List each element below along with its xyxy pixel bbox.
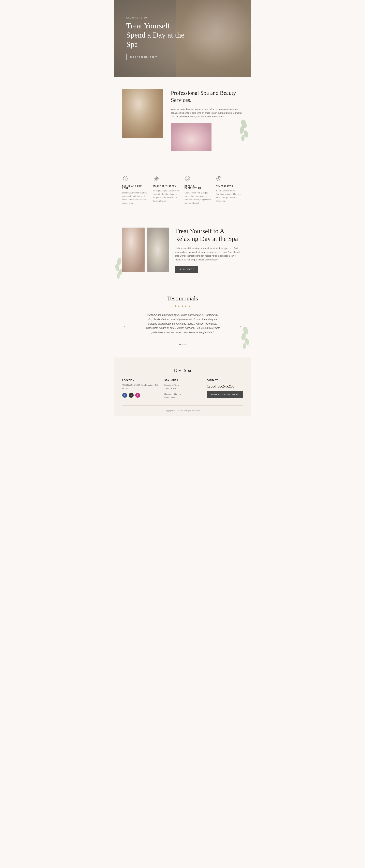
svg-point-38	[188, 179, 190, 181]
dot-1[interactable]	[179, 344, 181, 345]
svg-rect-55	[146, 227, 169, 272]
instagram-icon[interactable]: ◎	[135, 393, 140, 398]
svg-point-52	[135, 246, 137, 248]
feature-detox-title: DETOX & PURIFICATION	[185, 185, 212, 189]
svg-line-14	[142, 123, 144, 134]
svg-point-21	[193, 131, 199, 136]
svg-point-24	[194, 135, 201, 142]
relax-content: Treat Yourself to A Relaxing Day at the …	[175, 227, 243, 273]
star-rating: ★★★★★	[122, 304, 243, 308]
svg-rect-54	[125, 261, 141, 272]
leaf-icon	[122, 176, 128, 182]
book-appointment-button[interactable]: BOOK AN APPOINTMENT	[207, 391, 243, 398]
feature-facial-text: Lorem ipsum dolor sit amet, consectetur …	[122, 191, 150, 205]
svg-point-51	[130, 246, 132, 248]
testimonials-title: Testimonials	[122, 295, 243, 302]
svg-point-37	[185, 176, 187, 179]
svg-point-9	[144, 107, 146, 110]
svg-point-49	[125, 238, 142, 246]
svg-point-63	[156, 264, 159, 267]
feature-massage-text: Quisque aliquet velit sit amet sem inter…	[153, 189, 180, 203]
footer-location-text: 1234 Divi St. #1000, San Francisco, CA 9…	[122, 383, 158, 390]
woman-rose-image	[122, 89, 163, 138]
feature-acupressure-text: In non pulvinar purus. Curabitur nisi od…	[216, 189, 243, 203]
rose-still-image	[171, 123, 211, 151]
services-title: Professional Spa and Beauty Services.	[171, 89, 243, 103]
learn-more-button[interactable]: LEARN MORE	[175, 266, 198, 273]
svg-point-59	[159, 240, 160, 241]
relax-images-group	[122, 227, 169, 272]
footer-weekday-time: 7AM – 10PM	[164, 387, 201, 390]
footer-weekday-hours: Monday - Friday	[164, 383, 201, 387]
footer-social-icons: f ✕ ◎	[122, 393, 158, 398]
twitter-icon[interactable]: ✕	[129, 393, 134, 398]
leaf-decoration-testimonials	[238, 326, 251, 349]
testimonial-navigation: ‹ "Curabitur non bibendum ligula. In non…	[122, 313, 243, 340]
svg-point-19	[190, 133, 193, 136]
svg-point-57	[155, 231, 161, 239]
svg-rect-15	[171, 123, 211, 151]
footer: Divi Spa Location 1234 Divi St. #1000, S…	[114, 358, 251, 416]
svg-point-7	[131, 96, 154, 115]
testimonial-quote: "Curabitur non bibendum ligula. In non p…	[144, 313, 221, 335]
relax-woman-image	[122, 227, 144, 272]
services-left-column	[122, 89, 163, 138]
testimonials-section: Testimonials ★★★★★ ‹ "Curabitur non bibe…	[114, 283, 251, 358]
svg-point-4	[241, 135, 245, 141]
svg-point-8	[138, 107, 140, 110]
feature-detox-text: Luctus lectus non quisque turpis bibendu…	[185, 191, 212, 205]
relax-title: Treat Yourself to A Relaxing Day at the …	[175, 227, 243, 243]
svg-point-11	[143, 117, 147, 121]
svg-point-10	[141, 118, 147, 124]
dot-3[interactable]	[185, 344, 186, 345]
buddha-statue-image	[146, 227, 169, 272]
feature-massage: MASSAGE THERAPY Quisque aliquet velit si…	[153, 174, 180, 207]
leaf-decoration-right	[236, 118, 251, 142]
footer-location-title: Location	[122, 379, 158, 381]
svg-point-43	[219, 178, 219, 179]
feature-massage-title: MASSAGE THERAPY	[153, 185, 180, 187]
svg-point-62	[160, 266, 164, 268]
footer-hours-title: Spa Hours	[164, 379, 201, 381]
svg-rect-48	[122, 227, 144, 272]
svg-point-16	[186, 130, 198, 142]
relax-text: Nisl massa, ultrices vitae ornare sit am…	[175, 246, 243, 262]
footer-brand: Divi Spa	[122, 368, 243, 373]
feature-detox: DETOX & PURIFICATION Luctus lectus non q…	[185, 174, 212, 207]
feature-facial: FACIAL AND SKIN CARE Lorem ipsum dolor s…	[122, 174, 150, 207]
footer-hours-column: Spa Hours Monday - Friday 7AM – 10PM Sat…	[164, 379, 201, 399]
prev-testimonial-button[interactable]: ‹	[122, 323, 128, 330]
svg-point-58	[155, 240, 157, 241]
features-section: FACIAL AND SKIN CARE Lorem ipsum dolor s…	[114, 163, 251, 217]
relax-section: Treat Yourself to A Relaxing Day at the …	[114, 217, 251, 283]
facebook-icon[interactable]: f	[122, 393, 127, 398]
services-small-image	[171, 123, 211, 151]
snowflake-icon	[153, 176, 159, 182]
footer-weekend-hours: Saturday - Sunday	[164, 393, 201, 396]
svg-point-61	[155, 266, 161, 269]
dot-2[interactable]	[182, 344, 183, 345]
footer-location-column: Location 1234 Divi St. #1000, San Franci…	[122, 379, 158, 399]
relax-buddha-image	[146, 227, 169, 272]
feature-acupressure-title: ACUPRESSURE	[216, 185, 243, 187]
testimonial-dots	[122, 344, 243, 345]
footer-phone: (255) 352-6258	[207, 383, 243, 389]
footer-copyright: Copyright © 2024 Divi. All Rights Reserv…	[122, 405, 243, 412]
svg-point-64	[157, 264, 159, 266]
hero-title: Treat Yourself. Spend a Day at the Spa	[126, 21, 191, 49]
footer-columns: Location 1234 Divi St. #1000, San Franci…	[122, 379, 243, 399]
svg-point-60	[151, 266, 156, 269]
feature-facial-title: FACIAL AND SKIN CARE	[122, 185, 150, 189]
feature-acupressure: ACUPRESSURE In non pulvinar purus. Curab…	[216, 174, 243, 207]
svg-point-13	[140, 121, 148, 126]
hero-section: WELCOME TO DIVI Treat Yourself. Spend a …	[114, 0, 251, 77]
book-session-button[interactable]: BOOK A SESSION TODAY	[126, 54, 161, 60]
svg-point-17	[187, 130, 196, 139]
svg-point-20	[184, 131, 190, 136]
svg-point-6	[132, 97, 153, 122]
services-section: Professional Spa and Beauty Services. Vi…	[114, 77, 251, 163]
services-main-image	[122, 89, 163, 138]
svg-point-39	[188, 176, 190, 179]
svg-point-12	[142, 118, 145, 121]
services-description: Vitae consequat augue. Vivamus eget dolo…	[171, 107, 243, 119]
